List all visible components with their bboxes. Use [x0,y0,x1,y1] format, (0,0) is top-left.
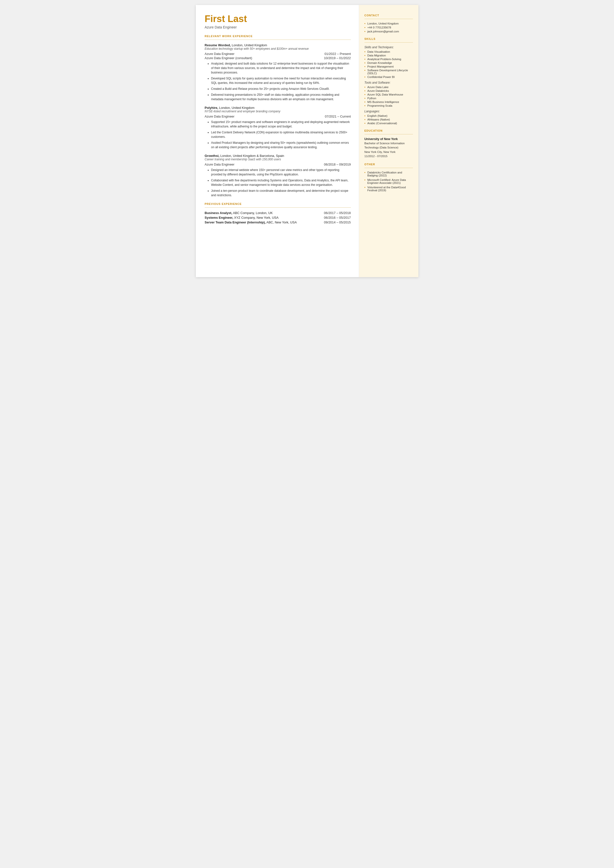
prev-exp-date-3: 09/2014 – 05/2015 [311,220,351,224]
bullet-3a: Designed an internal webiste where 150+ … [208,168,351,177]
company-name-3: Growthsi, London, United Kingdom & Barce… [205,154,351,158]
skills-list-2: Azure Data Lake Azure Databricks Azure S… [364,85,413,107]
skill-1-5: Project Management [364,65,413,68]
bullet-list-3: Designed an internal webiste where 150+ … [205,168,351,197]
other-heading: OTHER [364,163,413,166]
company-block-3: Growthsi, London, United Kingdom & Barce… [205,154,351,197]
company-location-1: London, United Kingdom [231,43,267,47]
role-row-3a: Azure Data Engineer 06/2018 – 09/2019 [205,163,351,166]
other-list: Databricks Certification and Badging (20… [364,171,413,192]
role-date-1a: 01/2022 – Present [311,52,351,56]
contact-list: London, United Kingdom +44 0 7701235678 … [364,22,413,33]
bullet-2b: Led the Content Delivery Network (CDN) e… [208,130,351,139]
candidate-name: First Last [205,14,351,24]
education-block-1: University of New York Bachelor of Scien… [364,137,413,158]
bullet-3b: Collaborated with five departments inclu… [208,178,351,187]
company-desc-3: Career training and membership SaaS with… [205,158,351,161]
skill-3-1: English (Native) [364,114,413,117]
left-column: First Last Azure Data Engineer RELEVANT … [196,5,359,277]
company-desc-2: NYSE-listed recruitment and employer bra… [205,110,351,113]
skills-list-3: English (Native) Afrikaans (Native) Arab… [364,114,413,125]
skills-divider [364,42,413,43]
role-date-1b: 10/2019 – 01/2022 [311,56,351,60]
bullet-1b: Developed SQL scripts for query automati… [208,76,351,85]
resume-container: First Last Azure Data Engineer RELEVANT … [196,5,419,277]
bullet-list-1: Analyzed, designed and built data soluti… [205,61,351,101]
company-location-2: London, United Kingdom [218,106,254,110]
prev-exp-row-3: Server Team Data Engineer (Internship), … [205,220,351,224]
education-heading: EDUCATION [364,129,413,132]
prev-exp-title-1: Business Analyst, ABC Company, London, U… [205,211,273,215]
company-bold-1: Resume Worded, [205,43,231,47]
prev-exp-title-3: Server Team Data Engineer (Internship), … [205,220,297,224]
prev-exp-heading: PREVIOUS EXPERIENCE [205,202,351,205]
skill-3-3: Arabic (Conversational) [364,122,413,125]
company-location-3: London, United Kingdom & Barcelona, Spai… [219,154,284,158]
skill-2-2: Azure Databricks [364,89,413,92]
company-bold-2: Polyhire, [205,106,219,110]
bullet-3c: Joined a ten-person product team to coor… [208,189,351,197]
role-title-1a: Azure Data Engineer [205,52,235,56]
contact-item-2: +44 0 7701235678 [364,26,413,29]
bullet-1d: Delivered training presentations to 250+… [208,93,351,101]
candidate-job-title: Azure Data Engineer [205,25,351,29]
contact-item-3: jack.johnson@gmail.com [364,30,413,33]
contact-item-1: London, United Kingdom [364,22,413,25]
prev-exp-row-2: Systems Engineer, XYZ Company, New York,… [205,216,351,219]
role-title-1b: Azure Data Engineer (consultant) [205,56,252,60]
skill-2-4: Python [364,97,413,100]
skill-1-1: Data Visualisation [364,50,413,53]
edu-dates-1: 11/2012 - 07/2015 [364,154,413,158]
company-block-2: Polyhire, London, United Kingdom NYSE-li… [205,106,351,149]
company-bold-3: Growthsi, [205,154,220,158]
skill-1-3: Analytical Problem-Solving [364,57,413,61]
prev-exp-row-1: Business Analyst, ABC Company, London, U… [205,211,351,215]
relevant-work-heading: RELEVANT WORK EXPERIENCE [205,35,351,37]
prev-exp-date-2: 06/2016 – 05/2017 [311,216,351,219]
skill-1-4: Domain Knowledge [364,61,413,64]
skills-cat-2-label: Tools and Software: [364,81,413,84]
prev-exp-divider [205,207,351,208]
role-title-3a: Azure Data Engineer [205,163,235,166]
bullet-2a: Supported 15+ product managers and softw… [208,120,351,129]
edu-location-1: New York City, New York [364,150,413,154]
role-row-2a: Azure Data Engineer 07/2021 – Current [205,115,351,118]
role-date-2a: 07/2021 – Current [311,115,351,118]
role-row-1b: Azure Data Engineer (consultant) 10/2019… [205,56,351,60]
company-name-1: Resume Worded, London, United Kingdom [205,43,351,47]
prev-exp-title-2: Systems Engineer, XYZ Company, New York,… [205,216,279,219]
skill-2-6: Programming Scala [364,104,413,107]
edu-university-1: University of New York [364,137,413,141]
skill-1-6: Software Development Lifecycle (SDLC) [364,69,413,75]
skill-2-3: Azure SQL Data Warehouse [364,93,413,96]
role-date-3a: 06/2018 – 09/2019 [311,163,351,166]
edu-degree-1: Bachelor of Science Information Technolo… [364,141,413,150]
company-desc-1: Education technology startup with 50+ em… [205,47,351,50]
bullet-1c: Created a Build and Relase process for 2… [208,87,351,91]
skills-heading: SKILLS [364,37,413,40]
skill-1-2: Data Migration [364,54,413,57]
bullet-2c: Assited Product Managers by designing an… [208,141,351,149]
right-column: CONTACT London, United Kingdom +44 0 770… [359,5,419,277]
other-item-1: Databricks Certification and Badging (20… [364,171,413,177]
other-item-3: Volunteered at the Data4Good Festival (2… [364,186,413,192]
skills-cat-1-label: Skills and Techniques: [364,45,413,49]
skills-list-1: Data Visualisation Data Migration Analyt… [364,50,413,78]
skill-2-5: MS Business Intelligence [364,101,413,103]
company-block-1: Resume Worded, London, United Kingdom Ed… [205,43,351,101]
contact-heading: CONTACT [364,14,413,17]
skill-2-1: Azure Data Lake [364,85,413,89]
role-row-1a: Azure Data Engineer 01/2022 – Present [205,52,351,56]
company-name-2: Polyhire, London, United Kingdom [205,106,351,110]
skill-3-2: Afrikaans (Native) [364,118,413,121]
prev-exp-date-1: 06/2017 – 05/2018 [311,211,351,215]
role-title-2a: Azure Data Engineer [205,115,235,118]
skill-1-7: Confidential Power BI [364,76,413,78]
bullet-list-2: Supported 15+ product managers and softw… [205,120,351,149]
bullet-1a: Analyzed, designed and built data soluti… [208,61,351,75]
skills-cat-3-label: Languages: [364,110,413,113]
other-item-2: Microsoft Certified: Azure Data Engineer… [364,179,413,184]
